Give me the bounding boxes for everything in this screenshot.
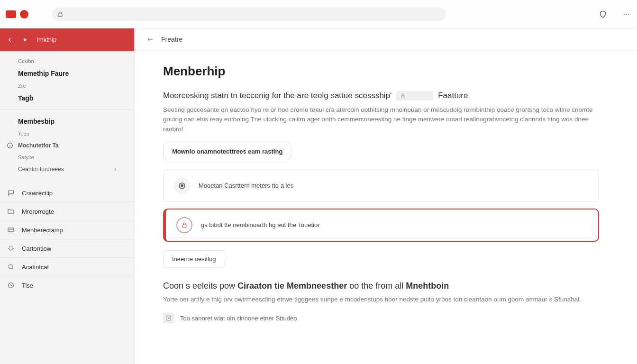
back-icon[interactable] [7,36,13,43]
sidebar-row-label: Crawrectiip [22,190,53,197]
target-icon [174,178,190,194]
primary-card-button[interactable]: Mownlo onamnotecttrees eam rasting [163,143,291,160]
search-icon [7,263,15,271]
svg-point-3 [628,13,629,14]
breadcrumb-label[interactable]: Freatre [161,36,182,43]
browser-chrome [0,0,637,28]
svg-point-13 [181,185,183,187]
omnibox[interactable] [52,8,446,21]
address-input[interactable] [67,11,441,18]
card-icon [7,226,15,234]
menu-icon[interactable] [622,9,631,19]
sidebar-group-1: Cckibn Memethip Faure Zre Tagb [0,51,134,109]
option-card-1-label: Mooetan Casrttern meters tto a les [199,182,293,189]
svg-point-1 [624,13,625,14]
play-icon [22,36,28,43]
svg-rect-7 [8,228,14,232]
chrome-right [598,9,631,19]
option-card-2-label: gs bibdt tte nembinoarth hg eut the Toue… [201,221,320,228]
sidebar-item-cckibn[interactable]: Cckibn [0,55,134,67]
sidebar-item-satyire[interactable]: Satyire [0,152,134,163]
sidebar-item-mochutet[interactable]: Mochutetfor Ta [0,139,134,152]
content-header: Freatre [135,28,637,51]
sidebar-item-creator-updates-label: Ceantor turdreees [18,166,64,173]
sidebar-item-membership-feature[interactable]: Memethip Faure [0,67,134,80]
sidebar-row-mrerorregte[interactable]: Mrerorregte [0,202,134,220]
shield-icon[interactable] [598,9,608,19]
subtitle-lead: Moorcesking statn tn teccenig for the ar… [163,91,391,100]
breadcrumb-icon [146,35,155,44]
sidebar: lmkthip Cckibn Memethip Faure Zre Tagb M… [0,28,135,364]
lock-option-icon [176,217,192,233]
section-2-title-a: Coon s eeleits pow [163,281,237,291]
sidebar-rows: Crawrectiip Mrerorregte Menberectamp Car… [0,184,134,294]
clock-icon [7,281,15,290]
sidebar-row-label: Mrerorregte [22,208,54,215]
section-2-title-b: Ciraaton tie Membneesther [237,281,347,291]
chevron-right-icon: › [114,166,116,173]
sidebar-row-menberectamp[interactable]: Menberectamp [0,220,134,239]
sidebar-row-label: Cartontiow [22,245,51,252]
svg-rect-0 [58,14,62,16]
footer-text: Too sannret wiat oin clnnone etner Sttud… [180,315,297,322]
page-body: Menberhip Moorcesking statn tn teccenig … [135,51,628,352]
sidebar-row-acatintcat[interactable]: Acatintcat [0,257,134,276]
footer-row: Too sannret wiat oin clnnone etner Sttud… [163,313,599,323]
subtitle-feature: Faatture [438,91,468,100]
content: Freatre Menberhip Moorcesking statn tn t… [135,28,637,364]
app-shell: lmkthip Cckibn Memethip Faure Zre Tagb M… [0,28,637,364]
sidebar-header-title: lmkthip [37,36,56,43]
folder-icon [7,207,15,216]
sidebar-header: lmkthip [0,28,134,51]
lock-icon [57,11,64,18]
sidebar-item-mochutet-label: Mochutetfor Ta [18,142,59,149]
option-card-1[interactable]: Mooetan Casrttern meters tto a les [163,170,599,202]
svg-point-9 [9,264,12,268]
svg-point-2 [626,13,627,14]
svg-line-10 [12,268,14,270]
tab-chip[interactable] [6,10,16,18]
sidebar-item-tagb[interactable]: Tagb [0,91,134,105]
option-card-2[interactable]: gs bibdt tte nembinoarth hg eut the Toue… [163,209,599,242]
sidebar-item-toeo[interactable]: Toeo [0,128,134,139]
sidebar-row-label: Acatintcat [22,264,49,271]
section-2-title: Coon s eeleits pow Ciraaton tie Membnees… [163,281,599,291]
section-2-paragraph: Yorte oer artify e thig orv owtrmeesclin… [163,295,599,304]
page-subtitle: Moorcesking statn tn teccenig for the ar… [163,91,599,100]
intro-paragraph: Seeting goccesante qn eactoo hyo re or h… [163,105,599,134]
svg-rect-14 [182,225,186,227]
sidebar-item-membership[interactable]: Membesbip [0,115,134,128]
sidebar-item-creator-updates[interactable]: Ceantor turdreees › [0,163,134,175]
sidebar-row-label: Menberectamp [22,227,63,234]
chrome-left [6,10,28,18]
section-2-title-d: Mnehtboin [406,281,449,291]
info-icon [7,142,13,149]
sidebar-row-cartontiow[interactable]: Cartontiow [0,239,134,257]
note-icon [163,313,174,323]
sidebar-group-2: Membesbip Toeo Mochutetfor Ta Satyire Ce… [0,109,134,180]
page-title: Menberhip [163,64,599,79]
chat-icon [7,189,15,197]
sparkle-icon [7,244,15,253]
sidebar-row-crawrectiip[interactable]: Crawrectiip [0,184,134,202]
sidebar-row-label: Tise [22,282,33,289]
sidebar-row-tise[interactable]: Tise [0,276,134,294]
secondary-button[interactable]: Ineerne oesitlog [163,250,225,268]
subtitle-box: 8 [396,91,433,100]
brand-dot-icon [20,10,28,18]
sidebar-item-zre[interactable]: Zre [0,80,134,91]
section-2-title-c: oo the from all [347,281,406,291]
